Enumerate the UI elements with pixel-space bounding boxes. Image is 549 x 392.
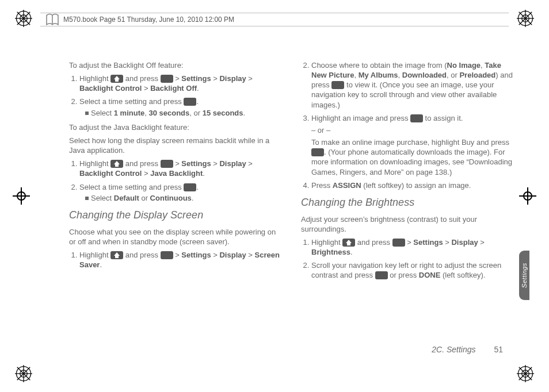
home-icon [110,251,123,259]
nav-display: Display [219,251,246,259]
nav-java-backlight: Java Backlight [150,169,203,178]
text: and press [355,238,392,247]
svg-line-16 [17,367,30,381]
svg-line-23 [519,367,532,381]
crosshair-icon [519,187,536,205]
nav-backlight-off: Backlight Off [150,84,197,93]
nav-brightness: Brightness [311,248,350,256]
book-icon [44,11,61,28]
ok-key-icon [161,160,173,168]
svg-point-0 [20,15,28,22]
text: or [139,194,150,202]
list-item: Scroll your navigation key left or right… [311,260,514,280]
svg-line-5 [17,12,30,25]
list-item: Highlight and press > Settings > Display… [79,159,283,178]
ok-key-icon [392,239,405,247]
text: > [173,251,182,259]
text: > [173,74,182,83]
opt-downloaded: Downloaded [402,71,447,79]
svg-line-22 [519,367,532,381]
text: or press [388,271,419,279]
svg-point-6 [522,15,529,22]
svg-line-11 [519,12,532,25]
text: > [173,159,182,168]
right-column: Choose where to obtain the image from (N… [301,60,514,360]
opt-preloaded: Preloaded [459,71,495,79]
square-bullet-icon [85,112,89,115]
para-brightness: Adjust your screen’s brightness (contras… [301,214,514,234]
footer-page-number: 51 [494,345,503,354]
text: . (Your phone automatically downloads th… [311,148,512,176]
footer-section: 2C. Settings [432,345,475,354]
text: > [405,238,414,247]
svg-point-12 [20,370,28,378]
text: Press [311,181,333,190]
page-header-bar: M570.book Page 51 Thursday, June 10, 201… [40,13,509,26]
text: Highlight an image and press [311,114,410,122]
text: and press [123,74,160,83]
opt-1min: 1 minute [114,109,144,117]
nav-display: Display [451,238,478,247]
svg-point-13 [17,367,31,381]
svg-line-17 [17,367,30,381]
list-item: Select a time setting and press . Select… [79,97,283,117]
text: Highlight [79,159,110,168]
header-text: M570.book Page 51 Thursday, June 10, 201… [63,16,234,24]
text: To make an online image purchase, highli… [311,138,509,147]
nav-settings: Settings [413,238,443,247]
text: Select [91,194,114,202]
text: . [196,183,199,191]
ok-key-icon [184,98,196,106]
text: and press [123,251,160,259]
ok-key-icon [311,148,324,156]
nav-settings: Settings [181,159,211,168]
text: , or [447,71,459,79]
ok-key-icon [161,75,173,83]
intro-java-backlight: To adjust the Java Backlight feature: [69,122,283,132]
text: and press [123,159,160,168]
heading-display-screen: Changing the Display Screen [69,209,283,222]
ok-key-icon [331,81,344,89]
or-divider: – or – [311,125,514,135]
opt-default: Default [114,194,139,202]
crosshair-icon [13,187,30,205]
para-display-screen: Choose what you see on the display scree… [69,227,283,247]
svg-line-10 [519,12,532,25]
ok-key-icon [410,114,423,122]
text: (left softkey) to assign an image. [361,181,471,190]
section-tab-label: Settings [521,263,528,288]
text: , or [189,109,202,117]
sub-option: Select Default or Continuous. [85,193,283,203]
ok-key-icon [161,251,173,259]
nav-settings: Settings [181,251,211,259]
softkey-assign: ASSIGN [333,181,361,190]
home-icon [342,239,355,247]
text: Select a time setting and press [79,97,184,106]
text: (left softkey). [440,271,485,279]
text: Highlight [79,251,110,259]
page-content: To adjust the Backlight Off feature: Hig… [69,60,514,360]
text: Highlight [79,74,110,83]
svg-line-4 [17,12,30,25]
list-item: Press ASSIGN (left softkey) to assign an… [311,180,514,190]
section-tab: Settings [519,251,529,300]
nav-display: Display [219,159,246,168]
opt-my-albums: My Albums [359,71,398,79]
text: to assign it. [423,114,463,122]
svg-point-7 [518,11,533,26]
cog-icon [15,10,32,27]
opt-continuous: Continuous [150,194,192,202]
text: Select a time setting and press [79,183,184,191]
opt-15s: 15 seconds [203,109,243,117]
left-column: To adjust the Backlight Off feature: Hig… [69,60,283,360]
text: Select [91,109,114,117]
home-icon [110,160,123,168]
page-footer: 2C. Settings 51 [432,345,503,354]
text: Choose where to obtain the image from ( [311,61,447,70]
intro-backlight-off: To adjust the Backlight Off feature: [69,60,283,70]
list-item: Select a time setting and press . Select… [79,182,283,203]
cog-icon [517,365,534,382]
ok-key-icon [375,271,388,279]
nav-backlight-control: Backlight Control [79,84,142,93]
para-java: Select how long the display screen remai… [69,136,283,155]
